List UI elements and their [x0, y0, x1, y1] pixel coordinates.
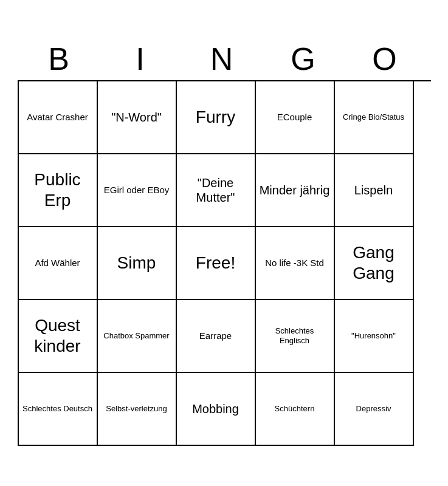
- bingo-cell-2-3: No life -3K Std: [256, 227, 335, 300]
- bingo-cell-text-2-3: No life -3K Std: [265, 258, 324, 269]
- bingo-cell-3-2: Earrape: [177, 300, 256, 373]
- bingo-cell-text-3-2: Earrape: [199, 330, 232, 341]
- bingo-row-3: Quest kinderChatbox SpammerEarrapeSchlec…: [19, 300, 431, 373]
- bingo-cell-2-1: Simp: [98, 227, 177, 300]
- bingo-cell-text-3-4: "Hurensohn": [351, 331, 396, 341]
- bingo-cell-1-1: EGirl oder EBoy: [98, 154, 177, 227]
- bingo-cell-text-1-2: "Deine Mutter": [181, 176, 251, 205]
- header-letter-I: I: [103, 41, 182, 77]
- bingo-cell-text-3-1: Chatbox Spammer: [103, 331, 169, 341]
- bingo-cell-4-3: Schüchtern: [256, 373, 335, 446]
- bingo-cell-1-4: Lispeln: [335, 154, 414, 227]
- bingo-cell-text-1-3: Minder jährig: [260, 183, 330, 197]
- bingo-cell-text-1-0: Public Erp: [22, 169, 93, 210]
- bingo-cell-4-0: Schlechtes Deutsch: [19, 373, 98, 446]
- bingo-cell-0-2: Furry: [177, 81, 256, 154]
- bingo-cell-text-4-2: Mobbing: [192, 402, 239, 416]
- bingo-cell-4-4: Depressiv: [335, 373, 414, 446]
- bingo-row-4: Schlechtes DeutschSelbst-verletzungMobbi…: [19, 373, 431, 446]
- bingo-cell-text-4-3: Schüchtern: [275, 404, 315, 414]
- bingo-card: BINGO Avatar Crasher"N-Word"FurryECouple…: [12, 35, 437, 452]
- bingo-cell-text-4-4: Depressiv: [356, 404, 391, 414]
- bingo-cell-0-3: ECouple: [256, 81, 335, 154]
- bingo-cell-3-3: Schlechtes Englisch: [256, 300, 335, 373]
- bingo-row-2: Afd WählerSimpFree!No life -3K StdGang G…: [19, 227, 431, 300]
- bingo-cell-4-1: Selbst-verletzung: [98, 373, 177, 446]
- bingo-cell-0-1: "N-Word": [98, 81, 177, 154]
- bingo-cell-2-4: Gang Gang: [335, 227, 414, 300]
- bingo-cell-text-2-0: Afd Wähler: [35, 258, 80, 269]
- bingo-cell-text-2-1: Simp: [117, 253, 156, 273]
- bingo-cell-text-3-0: Quest kinder: [22, 315, 93, 356]
- bingo-cell-text-0-3: ECouple: [277, 112, 312, 123]
- bingo-cell-2-0: Afd Wähler: [19, 227, 98, 300]
- bingo-row-0: Avatar Crasher"N-Word"FurryECoupleCringe…: [19, 81, 431, 154]
- bingo-cell-1-0: Public Erp: [19, 154, 98, 227]
- bingo-cell-3-1: Chatbox Spammer: [98, 300, 177, 373]
- bingo-cell-1-3: Minder jährig: [256, 154, 335, 227]
- bingo-cell-text-3-3: Schlechtes Englisch: [260, 326, 330, 345]
- bingo-cell-3-4: "Hurensohn": [335, 300, 414, 373]
- bingo-cell-text-4-0: Schlechtes Deutsch: [22, 404, 92, 414]
- header-letter-B: B: [22, 41, 101, 77]
- bingo-cell-text-4-1: Selbst-verletzung: [106, 404, 167, 414]
- bingo-cell-text-2-4: Gang Gang: [339, 242, 409, 283]
- bingo-cell-1-2: "Deine Mutter": [177, 154, 256, 227]
- bingo-grid: Avatar Crasher"N-Word"FurryECoupleCringe…: [18, 80, 431, 446]
- bingo-header: BINGO: [18, 41, 431, 77]
- header-letter-N: N: [185, 41, 264, 77]
- header-letter-O: O: [348, 41, 427, 77]
- header-letter-G: G: [266, 41, 345, 77]
- bingo-cell-text-1-4: Lispeln: [354, 183, 393, 197]
- bingo-row-1: Public ErpEGirl oder EBoy"Deine Mutter"M…: [19, 154, 431, 227]
- bingo-cell-text-1-1: EGirl oder EBoy: [104, 185, 170, 196]
- bingo-cell-text-0-0: Avatar Crasher: [27, 112, 88, 123]
- bingo-cell-0-4: Cringe Bio/Status: [335, 81, 414, 154]
- bingo-cell-text-0-1: "N-Word": [111, 110, 162, 125]
- bingo-cell-text-0-4: Cringe Bio/Status: [343, 112, 404, 122]
- bingo-cell-text-0-2: Furry: [196, 107, 235, 128]
- bingo-cell-4-2: Mobbing: [177, 373, 256, 446]
- bingo-cell-2-2: Free!: [177, 227, 256, 300]
- bingo-cell-3-0: Quest kinder: [19, 300, 98, 373]
- bingo-cell-text-2-2: Free!: [196, 253, 235, 273]
- bingo-cell-0-0: Avatar Crasher: [19, 81, 98, 154]
